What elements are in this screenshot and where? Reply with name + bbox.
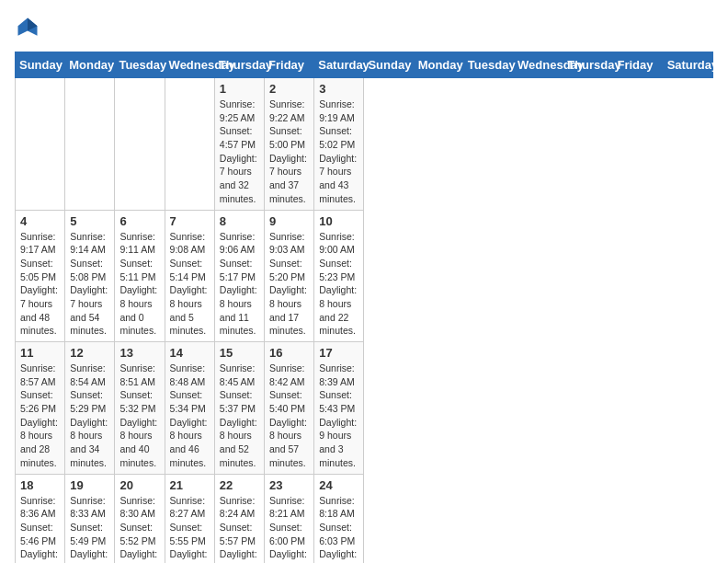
day-header-monday: Monday: [65, 52, 115, 78]
day-header-wednesday: Wednesday: [514, 52, 563, 78]
calendar-cell: 12Sunrise: 8:54 AM Sunset: 5:29 PM Dayli…: [65, 342, 115, 475]
day-detail: Sunrise: 9:00 AM Sunset: 5:23 PM Dayligh…: [319, 230, 358, 339]
calendar-cell: 7Sunrise: 9:08 AM Sunset: 5:14 PM Daylig…: [165, 210, 214, 342]
calendar-cell: 18Sunrise: 8:36 AM Sunset: 5:46 PM Dayli…: [16, 474, 65, 563]
calendar-cell: 24Sunrise: 8:18 AM Sunset: 6:03 PM Dayli…: [314, 474, 364, 563]
calendar-week-3: 11Sunrise: 8:57 AM Sunset: 5:26 PM Dayli…: [16, 342, 713, 475]
day-detail: Sunrise: 8:36 AM Sunset: 5:46 PM Dayligh…: [20, 494, 60, 564]
calendar-cell: 14Sunrise: 8:48 AM Sunset: 5:34 PM Dayli…: [165, 342, 214, 475]
calendar-cell: 8Sunrise: 9:06 AM Sunset: 5:17 PM Daylig…: [214, 210, 264, 342]
calendar-cell: 21Sunrise: 8:27 AM Sunset: 5:55 PM Dayli…: [165, 474, 214, 563]
day-number: 13: [119, 346, 159, 360]
day-detail: Sunrise: 9:14 AM Sunset: 5:08 PM Dayligh…: [70, 230, 109, 339]
calendar-cell: 10Sunrise: 9:00 AM Sunset: 5:23 PM Dayli…: [314, 210, 364, 342]
day-header-friday: Friday: [265, 52, 314, 78]
day-header-saturday: Saturday: [314, 52, 364, 78]
day-header-sunday: Sunday: [364, 52, 414, 78]
calendar-cell: [65, 78, 115, 211]
day-header-monday: Monday: [414, 52, 463, 78]
day-detail: Sunrise: 8:51 AM Sunset: 5:32 PM Dayligh…: [119, 362, 159, 470]
day-number: 5: [70, 214, 109, 228]
day-number: 9: [269, 214, 309, 228]
day-number: 20: [119, 478, 159, 492]
day-detail: Sunrise: 9:08 AM Sunset: 5:14 PM Dayligh…: [170, 230, 210, 339]
day-detail: Sunrise: 9:22 AM Sunset: 5:00 PM Dayligh…: [269, 98, 309, 206]
day-header-saturday: Saturday: [663, 52, 712, 78]
day-number: 7: [170, 214, 210, 228]
calendar-cell: 15Sunrise: 8:45 AM Sunset: 5:37 PM Dayli…: [214, 342, 264, 475]
day-number: 10: [319, 214, 358, 228]
day-number: 11: [20, 346, 60, 360]
day-detail: Sunrise: 8:42 AM Sunset: 5:40 PM Dayligh…: [269, 362, 309, 470]
calendar-cell: 1Sunrise: 9:25 AM Sunset: 4:57 PM Daylig…: [214, 78, 264, 211]
day-detail: Sunrise: 8:24 AM Sunset: 5:57 PM Dayligh…: [220, 494, 259, 564]
calendar-cell: 6Sunrise: 9:11 AM Sunset: 5:11 PM Daylig…: [115, 210, 165, 342]
calendar-cell: 5Sunrise: 9:14 AM Sunset: 5:08 PM Daylig…: [65, 210, 115, 342]
day-number: 2: [269, 82, 309, 96]
day-detail: Sunrise: 8:45 AM Sunset: 5:37 PM Dayligh…: [220, 362, 259, 470]
calendar-cell: 19Sunrise: 8:33 AM Sunset: 5:49 PM Dayli…: [65, 474, 115, 563]
day-detail: Sunrise: 8:39 AM Sunset: 5:43 PM Dayligh…: [319, 362, 358, 470]
day-number: 8: [220, 214, 259, 228]
logo: [15, 15, 44, 40]
day-number: 4: [20, 214, 60, 228]
day-number: 6: [119, 214, 159, 228]
calendar-week-2: 4Sunrise: 9:17 AM Sunset: 5:05 PM Daylig…: [16, 210, 713, 342]
calendar-cell: [165, 78, 214, 211]
day-number: 23: [269, 478, 309, 492]
calendar-table: SundayMondayTuesdayWednesdayThursdayFrid…: [15, 52, 713, 563]
calendar-cell: 16Sunrise: 8:42 AM Sunset: 5:40 PM Dayli…: [265, 342, 314, 475]
day-detail: Sunrise: 8:57 AM Sunset: 5:26 PM Dayligh…: [20, 362, 60, 470]
calendar-cell: 22Sunrise: 8:24 AM Sunset: 5:57 PM Dayli…: [214, 474, 264, 563]
day-number: 22: [220, 478, 259, 492]
header-row: SundayMondayTuesdayWednesdayThursdayFrid…: [16, 52, 713, 78]
day-number: 17: [319, 346, 358, 360]
day-detail: Sunrise: 9:19 AM Sunset: 5:02 PM Dayligh…: [319, 98, 358, 206]
day-number: 24: [319, 478, 358, 492]
calendar-week-4: 18Sunrise: 8:36 AM Sunset: 5:46 PM Dayli…: [16, 474, 713, 563]
day-detail: Sunrise: 9:06 AM Sunset: 5:17 PM Dayligh…: [220, 230, 259, 339]
day-number: 3: [319, 82, 358, 96]
day-number: 19: [70, 478, 109, 492]
day-header-tuesday: Tuesday: [115, 52, 165, 78]
calendar-cell: 9Sunrise: 9:03 AM Sunset: 5:20 PM Daylig…: [265, 210, 314, 342]
page-header: [15, 15, 713, 40]
day-header-thursday: Thursday: [214, 52, 264, 78]
day-number: 18: [20, 478, 60, 492]
day-detail: Sunrise: 8:33 AM Sunset: 5:49 PM Dayligh…: [70, 494, 109, 564]
calendar-week-1: 1Sunrise: 9:25 AM Sunset: 4:57 PM Daylig…: [16, 78, 713, 211]
calendar-cell: 23Sunrise: 8:21 AM Sunset: 6:00 PM Dayli…: [265, 474, 314, 563]
day-number: 15: [220, 346, 259, 360]
day-number: 14: [170, 346, 210, 360]
day-header-sunday: Sunday: [16, 52, 65, 78]
day-header-friday: Friday: [613, 52, 663, 78]
logo-icon: [15, 15, 40, 40]
day-number: 16: [269, 346, 309, 360]
calendar-cell: 17Sunrise: 8:39 AM Sunset: 5:43 PM Dayli…: [314, 342, 364, 475]
day-number: 12: [70, 346, 109, 360]
calendar-cell: 2Sunrise: 9:22 AM Sunset: 5:00 PM Daylig…: [265, 78, 314, 211]
day-number: 1: [220, 82, 259, 96]
day-detail: Sunrise: 8:48 AM Sunset: 5:34 PM Dayligh…: [170, 362, 210, 470]
day-detail: Sunrise: 8:27 AM Sunset: 5:55 PM Dayligh…: [170, 494, 210, 564]
day-detail: Sunrise: 8:30 AM Sunset: 5:52 PM Dayligh…: [119, 494, 159, 564]
day-header-thursday: Thursday: [563, 52, 613, 78]
day-number: 21: [170, 478, 210, 492]
day-detail: Sunrise: 9:17 AM Sunset: 5:05 PM Dayligh…: [20, 230, 60, 339]
day-detail: Sunrise: 9:03 AM Sunset: 5:20 PM Dayligh…: [269, 230, 309, 339]
calendar-cell: [115, 78, 165, 211]
calendar-cell: 13Sunrise: 8:51 AM Sunset: 5:32 PM Dayli…: [115, 342, 165, 475]
calendar-cell: 3Sunrise: 9:19 AM Sunset: 5:02 PM Daylig…: [314, 78, 364, 211]
day-header-tuesday: Tuesday: [463, 52, 513, 78]
day-detail: Sunrise: 8:18 AM Sunset: 6:03 PM Dayligh…: [319, 494, 358, 564]
calendar-cell: 20Sunrise: 8:30 AM Sunset: 5:52 PM Dayli…: [115, 474, 165, 563]
day-detail: Sunrise: 9:11 AM Sunset: 5:11 PM Dayligh…: [119, 230, 159, 339]
day-detail: Sunrise: 9:25 AM Sunset: 4:57 PM Dayligh…: [220, 98, 259, 206]
calendar-cell: 11Sunrise: 8:57 AM Sunset: 5:26 PM Dayli…: [16, 342, 65, 475]
calendar-cell: 4Sunrise: 9:17 AM Sunset: 5:05 PM Daylig…: [16, 210, 65, 342]
calendar-cell: [16, 78, 65, 211]
day-detail: Sunrise: 8:54 AM Sunset: 5:29 PM Dayligh…: [70, 362, 109, 470]
day-detail: Sunrise: 8:21 AM Sunset: 6:00 PM Dayligh…: [269, 494, 309, 564]
day-header-wednesday: Wednesday: [165, 52, 214, 78]
